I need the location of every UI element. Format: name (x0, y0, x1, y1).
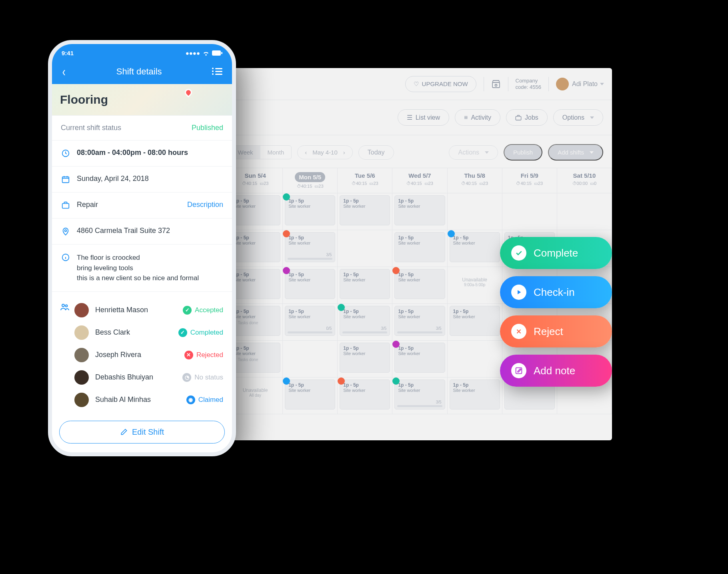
date-range-picker[interactable]: ‹ May 4-10 › (297, 145, 353, 159)
staff-status: ◉Claimed (186, 395, 223, 404)
info-icon (61, 253, 70, 262)
company-code: Company code: 4556 (516, 78, 541, 90)
map-pin-icon (183, 87, 193, 97)
checkin-action[interactable]: Check-in (500, 276, 612, 308)
map-banner: Flooring (52, 84, 232, 115)
chevron-left-icon[interactable]: ‹ (305, 149, 307, 156)
chevron-down-icon (600, 83, 604, 85)
list-view-button[interactable]: ☰List view (398, 109, 449, 126)
staff-row[interactable]: Henrietta Mason✓Accepted (74, 299, 223, 321)
desktop-topbar: ♡ UPGRADE NOW Company code: 4556 Adi Pla… (204, 68, 612, 100)
shift-cell[interactable]: 1p - 5pSite worker (340, 343, 390, 373)
shift-cell[interactable]: 1p - 5pSite worker✓ Tasks done (230, 306, 280, 336)
status-icons: ●●●● (186, 50, 222, 56)
jobs-button[interactable]: Jobs (506, 109, 548, 126)
briefcase-icon (515, 114, 522, 121)
date-row: Sunday, April 24, 2018 (52, 166, 232, 192)
category-row[interactable]: Repair Description (52, 192, 232, 218)
play-circle-icon (511, 285, 526, 300)
calendar-header: Sun 5/4⏱40:15▭23 Mon 5/5⏱40:15▭23 Tue 5/… (204, 168, 612, 193)
list-icon: ☰ (407, 114, 412, 121)
calendar-controls: y Week Month ‹ May 4-10 › Today Actions … (204, 135, 612, 161)
activity-button[interactable]: ≡Activity (455, 109, 500, 126)
staff-row[interactable]: Debashis Bhuiyan◔No status (74, 366, 223, 389)
shift-cell[interactable]: 1p - 5pSite worker3/5 (394, 379, 445, 409)
publish-button[interactable]: Publish (504, 144, 542, 161)
staff-row[interactable]: Joseph Rivera✕Rejected (74, 344, 223, 366)
unavailable-cell: Unavailable9:00a-5:00p (450, 269, 500, 287)
chevron-down-icon (590, 116, 594, 119)
shift-cell[interactable]: 1p - 5pSite worker (230, 232, 280, 262)
shift-cell[interactable]: 1p - 5pSite worker (450, 232, 500, 262)
add-shifts-button[interactable]: Add shifts (548, 144, 603, 161)
description-link[interactable]: Description (187, 201, 223, 209)
battery-icon (212, 50, 222, 56)
shift-cell[interactable]: 1p - 5pSite worker (450, 379, 500, 409)
complete-action[interactable]: Complete (500, 237, 612, 269)
chevron-down-icon (590, 151, 594, 154)
address-row[interactable]: 4860 Carmela Trail Suite 372 (52, 218, 232, 244)
chevron-right-icon[interactable]: › (343, 149, 345, 156)
back-button[interactable]: ‹ (62, 64, 66, 79)
upgrade-button[interactable]: ♡ UPGRADE NOW (405, 76, 476, 92)
staff-row[interactable]: Suhaib Al Minhas◉Claimed (74, 389, 223, 411)
add-note-action[interactable]: Add note (500, 355, 612, 387)
list-icon[interactable] (212, 67, 222, 76)
staff-list: Henrietta Mason✓AcceptedBess Clark✓Compl… (52, 291, 232, 415)
shift-cell[interactable]: 1p - 5pSite worker (340, 195, 390, 225)
status-badge-icon: ✓ (183, 306, 192, 315)
svg-rect-3 (212, 50, 221, 56)
unavailable-cell: UnavailableAll day (230, 379, 280, 397)
options-button[interactable]: Options (553, 109, 603, 126)
shift-cell[interactable]: 1p - 5pSite worker (450, 306, 500, 336)
staff-status: ✕Rejected (184, 351, 223, 359)
chevron-down-icon (485, 151, 489, 154)
status-badge-icon: ◉ (186, 395, 195, 404)
phone-header: 9:41 ●●●● ‹ Shift details (52, 44, 232, 84)
floating-actions: Complete Check-in Reject Add note (500, 237, 612, 387)
staff-status: ✓Accepted (183, 306, 223, 315)
today-button[interactable]: Today (358, 145, 394, 160)
shift-cell[interactable]: 1p - 5pSite worker (394, 343, 445, 373)
seg-month[interactable]: Month (260, 146, 292, 159)
heart-icon: ♡ (414, 80, 419, 88)
shift-cell[interactable]: 1p - 5pSite worker (394, 269, 445, 299)
svg-point-8 (65, 230, 67, 232)
shift-cell[interactable]: 1p - 5pSite worker3/5 (394, 306, 445, 336)
people-icon (60, 302, 70, 312)
shift-cell[interactable]: 1p - 5pSite worker✓ Tasks done (230, 343, 280, 373)
shift-cell[interactable]: 1p - 5pSite worker0/5 (285, 306, 335, 336)
shift-cell[interactable]: 1p - 5pSite worker (230, 195, 280, 225)
svg-point-10 (62, 304, 64, 307)
shift-cell[interactable]: 1p - 5pSite worker (340, 379, 390, 409)
svg-rect-0 (492, 82, 500, 88)
status-value: Published (192, 124, 223, 132)
shift-cell[interactable]: 1p - 5pSite worker (285, 269, 335, 299)
divider (548, 77, 549, 91)
edit-shift-button[interactable]: Edit Shift (59, 421, 225, 444)
svg-point-1 (495, 84, 497, 86)
svg-rect-2 (516, 116, 521, 120)
avatar (74, 393, 89, 407)
shift-cell[interactable]: 1p - 5pSite worker (340, 269, 390, 299)
divider (484, 77, 484, 91)
hours-row: 08:00am - 04:00pm - 08:00 hours (52, 140, 232, 166)
staff-status: ◔No status (182, 373, 223, 382)
store-icon[interactable] (491, 79, 501, 89)
shift-cell[interactable]: 1p - 5pSite worker (285, 379, 335, 409)
shift-cell[interactable]: 1p - 5pSite worker (394, 195, 445, 225)
shift-cell[interactable]: 1p - 5pSite worker (230, 269, 280, 299)
signal-icon: ●●●● (186, 50, 200, 56)
user-menu[interactable]: Adi Plato (556, 78, 604, 90)
shift-cell[interactable]: 1p - 5pSite worker (394, 232, 445, 262)
shift-cell[interactable]: 1p - 5pSite worker (285, 195, 335, 225)
location-icon (61, 227, 70, 236)
shift-cell[interactable]: 1p - 5pSite worker3/5 (285, 232, 335, 262)
reject-action[interactable]: Reject (500, 315, 612, 347)
avatar (556, 78, 569, 90)
actions-dropdown[interactable]: Actions (449, 145, 498, 160)
status-badge-icon: ✓ (178, 328, 187, 337)
staff-row[interactable]: Bess Clark✓Completed (74, 321, 223, 344)
shift-cell[interactable]: 1p - 5pSite worker3/5 (340, 306, 390, 336)
staff-status: ✓Completed (178, 328, 223, 337)
